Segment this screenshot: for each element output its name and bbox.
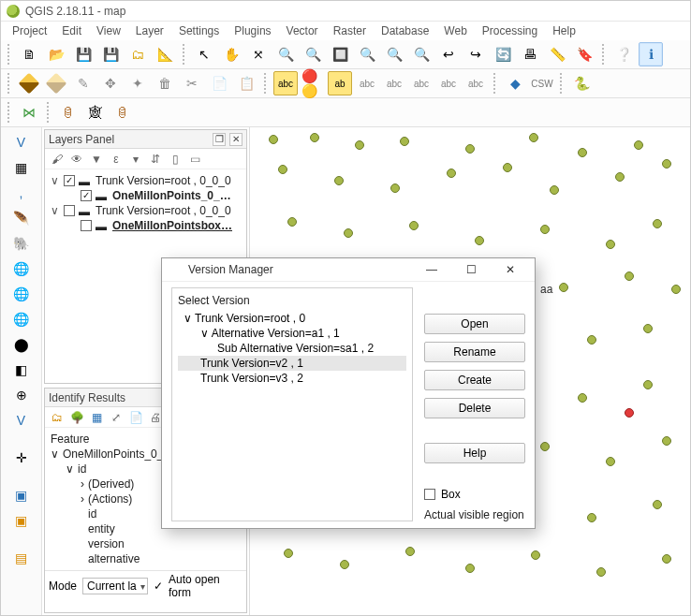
toolbar-grip-icon[interactable] <box>7 44 11 65</box>
print-icon[interactable]: 🖶 <box>518 42 542 66</box>
layer-visibility-checkbox[interactable] <box>64 205 75 216</box>
node-tool-icon[interactable]: ✦ <box>125 71 150 95</box>
copy-icon[interactable]: 📄 <box>207 71 231 95</box>
toolbar-grip-icon[interactable] <box>264 73 268 94</box>
add-raster-icon[interactable]: ▦ <box>10 156 33 179</box>
layer-visibility-checkbox[interactable] <box>81 220 92 231</box>
delete-selected-icon[interactable]: 🗑 <box>153 71 177 95</box>
zoom-next-icon[interactable]: ↪ <box>463 42 488 66</box>
db-sync-icon[interactable]: 🛢 <box>110 100 135 125</box>
layers-tree[interactable]: ∨✓▬Trunk Version=root , 0_0_0✓▬OneMillon… <box>45 169 246 237</box>
gps-icon[interactable]: ✛ <box>10 447 33 469</box>
collapse-icon[interactable]: ∨ <box>66 462 74 476</box>
add-vector-icon[interactable]: V <box>10 131 33 154</box>
menu-layer[interactable]: Layer <box>130 22 169 39</box>
undock-icon[interactable]: ❐ <box>213 133 226 146</box>
expand-icon[interactable]: ▾ <box>127 151 144 168</box>
new-layer-icon[interactable]: 🗂 <box>125 42 150 66</box>
close-icon[interactable]: ✕ <box>493 258 527 281</box>
zoom-full-icon[interactable]: 🔍 <box>355 42 379 66</box>
add-virtual-icon[interactable]: ⊕ <box>10 384 33 406</box>
zoom-last-icon[interactable]: ↩ <box>436 42 461 66</box>
plugin3-icon[interactable]: ▤ <box>10 547 33 569</box>
refresh-icon[interactable]: 🔄 <box>491 42 515 66</box>
menu-vector[interactable]: Vector <box>281 22 324 39</box>
identify-id[interactable]: id <box>78 462 86 476</box>
identify-derived[interactable]: (Derived) <box>88 477 134 491</box>
dialog-titlebar[interactable]: Version Manager — ☐ ✕ <box>162 258 535 282</box>
identify-icon[interactable]: ℹ <box>639 42 663 66</box>
bowtie-icon[interactable]: ⋈ <box>17 100 41 125</box>
layer-tree-row[interactable]: ✓▬OneMillonPoints_0_… <box>49 188 243 203</box>
version-tree-row[interactable]: Trunk Version=v2 , 1 <box>178 356 406 371</box>
expand-icon[interactable]: › <box>81 477 84 491</box>
csw-icon[interactable]: CSW <box>530 71 554 95</box>
style-icon[interactable]: 🖌 <box>49 151 66 168</box>
identify-field-row[interactable]: alternative <box>51 551 241 566</box>
collapse-icon[interactable]: ▯ <box>167 151 184 168</box>
version-tree-row[interactable]: Trunk Version=v3 , 2 <box>178 371 406 386</box>
add-wcs-icon[interactable]: 🌐 <box>10 283 33 305</box>
plugin2-icon[interactable]: ▣ <box>10 509 33 532</box>
label-tool5-icon[interactable]: abc <box>463 71 488 95</box>
menu-web[interactable]: Web <box>438 22 472 39</box>
version-tree-row[interactable]: ∨ Trunk Version=root , 0 <box>178 311 406 326</box>
add-oracle-icon[interactable]: ◧ <box>10 359 33 381</box>
menu-settings[interactable]: Settings <box>173 22 225 39</box>
menu-edit[interactable]: Edit <box>56 22 87 39</box>
version-tree-row[interactable]: Sub Alternative Version=sa1 , 2 <box>178 341 406 356</box>
layer-tree-row[interactable]: ∨✓▬Trunk Version=root , 0_0_0 <box>49 173 243 188</box>
move-feature-icon[interactable]: ✥ <box>98 71 123 95</box>
menu-processing[interactable]: Processing <box>477 22 543 39</box>
remove-icon[interactable]: ▭ <box>186 151 203 168</box>
db-icon[interactable]: 🛢 <box>56 100 81 125</box>
label-abc-icon[interactable]: abc <box>273 71 298 95</box>
layer-visibility-checkbox[interactable]: ✓ <box>64 175 75 186</box>
add-postgis-icon[interactable]: 🐘 <box>10 232 33 255</box>
save-edits-icon[interactable] <box>44 71 68 95</box>
toolbar-grip-icon[interactable] <box>560 73 564 94</box>
box-checkbox[interactable] <box>424 489 435 500</box>
pan-icon[interactable]: ✋ <box>219 42 243 66</box>
menu-project[interactable]: Project <box>7 22 52 39</box>
pan-to-icon[interactable]: ⤧ <box>246 42 271 66</box>
id-tool3-icon[interactable]: ▦ <box>88 409 105 426</box>
id-tool5-icon[interactable]: 📄 <box>127 409 144 426</box>
open-button[interactable]: Open <box>424 314 525 334</box>
layers-panel-header[interactable]: Layers Panel ❐ ✕ <box>45 130 246 149</box>
minimize-icon[interactable]: — <box>415 258 448 281</box>
label-tool-icon[interactable]: abc <box>355 71 379 95</box>
add-spatialite-icon[interactable]: 🪶 <box>10 207 33 229</box>
toolbar-grip-icon[interactable] <box>47 102 51 123</box>
save-as-icon[interactable]: 💾 <box>98 42 123 66</box>
mode-combobox[interactable]: Current la ▾ <box>82 578 148 594</box>
zoom-native-icon[interactable]: 🔲 <box>328 42 352 66</box>
menu-view[interactable]: View <box>91 22 126 39</box>
label-tool2-icon[interactable]: abc <box>382 71 406 95</box>
menu-database[interactable]: Database <box>375 22 434 39</box>
measure-icon[interactable]: 📏 <box>545 42 569 66</box>
python-console-icon[interactable]: 🐍 <box>569 71 594 95</box>
auto-open-checkbox[interactable]: ✓ <box>154 579 163 593</box>
identify-actions[interactable]: (Actions) <box>88 492 132 506</box>
filter-icon[interactable]: 👁 <box>68 151 85 168</box>
paste-icon[interactable]: 📋 <box>234 71 258 95</box>
expression-icon[interactable]: ε <box>108 151 125 168</box>
layer-visibility-checkbox[interactable]: ✓ <box>81 190 92 201</box>
color-wheel-icon[interactable]: 🔴🟡 <box>301 71 325 95</box>
menu-help[interactable]: Help <box>547 22 581 39</box>
expand-icon[interactable]: › <box>81 492 84 506</box>
expand-icon[interactable]: ∨ <box>49 204 60 217</box>
new-shapefile-icon[interactable]: V <box>10 409 33 432</box>
bookmark-icon[interactable]: 🔖 <box>572 42 596 66</box>
expand-icon[interactable]: ∨ <box>49 174 60 187</box>
menu-raster[interactable]: Raster <box>328 22 372 39</box>
label-tool3-icon[interactable]: abc <box>409 71 434 95</box>
layer-tree-row[interactable]: ∨▬Trunk Version=root , 0_0_0 <box>49 203 243 218</box>
delete-button[interactable]: Delete <box>424 398 525 418</box>
filter-legend-icon[interactable]: ▼ <box>88 151 105 168</box>
layer-tree-row[interactable]: ▬OneMillonPointsbox… <box>49 218 243 233</box>
version-tree-row[interactable]: ∨ Alternative Version=a1 , 1 <box>178 326 406 341</box>
menu-plugins[interactable]: Plugins <box>228 22 276 39</box>
edit-toggle-icon[interactable] <box>17 71 41 95</box>
